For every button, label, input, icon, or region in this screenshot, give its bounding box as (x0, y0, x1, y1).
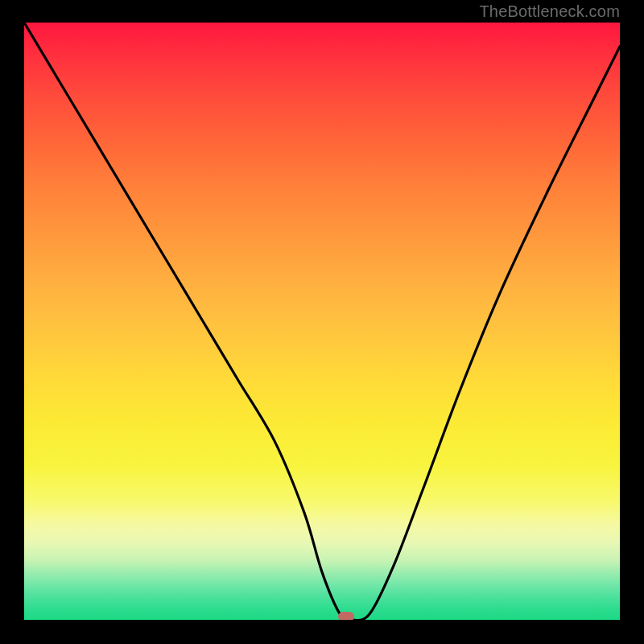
chart-frame: TheBottleneck.com (0, 0, 644, 644)
minimum-marker (338, 612, 354, 620)
watermark-text: TheBottleneck.com (479, 2, 620, 21)
plot-area (24, 23, 620, 620)
bottleneck-curve (24, 23, 620, 620)
